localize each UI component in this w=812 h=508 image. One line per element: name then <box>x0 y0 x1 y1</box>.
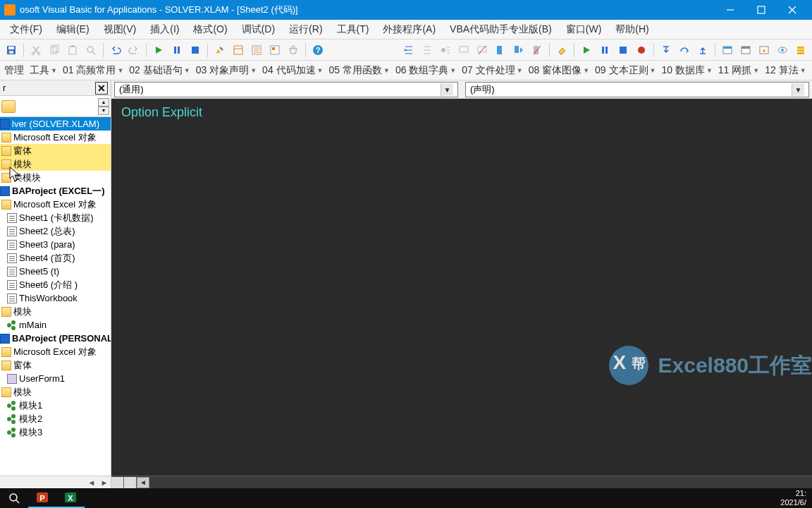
tree-node[interactable]: Sheet2 (总表) <box>0 224 111 238</box>
category-item[interactable]: 10 数据库▼ <box>658 61 715 80</box>
next-bookmark-button[interactable] <box>510 42 527 59</box>
tree-node[interactable]: 模块 <box>0 385 111 399</box>
tree-node[interactable]: 类模块 <box>0 171 111 184</box>
breakpoint2-button[interactable] <box>633 42 650 59</box>
menu-item[interactable]: 工具(T) <box>330 20 376 40</box>
clear-bookmark-button[interactable] <box>529 42 546 59</box>
system-clock[interactable]: 21: 2021/6/ <box>775 489 812 507</box>
explorer-scroll-buttons[interactable]: ▴▾ <box>98 98 109 115</box>
menu-item[interactable]: 编辑(E) <box>49 20 97 40</box>
procedure-view-button[interactable] <box>111 477 124 488</box>
step-into-button[interactable] <box>658 42 675 59</box>
menu-item[interactable]: 调试(D) <box>235 20 282 40</box>
tree-node[interactable]: Sheet1 (卡机数据) <box>0 211 111 224</box>
category-item[interactable]: 12 算法▼ <box>762 61 808 80</box>
object-browser-button[interactable] <box>266 42 283 59</box>
bookmark-button[interactable] <box>492 42 509 59</box>
category-item[interactable]: 08 窗体图像▼ <box>526 61 592 80</box>
tree-node[interactable]: Sheet6 (介绍 ) <box>0 278 111 291</box>
tree-node[interactable]: ThisWorkbook <box>0 291 111 305</box>
tree-node[interactable]: Microsoft Excel 对象 <box>0 345 111 358</box>
menu-item[interactable]: 外接程序(A) <box>376 20 443 40</box>
tree-node[interactable]: 窗体 <box>0 144 111 157</box>
design-mode-button[interactable] <box>211 42 228 59</box>
bp-toggle-button[interactable] <box>437 42 454 59</box>
find-button[interactable] <box>82 42 99 59</box>
menu-item[interactable]: 帮助(H) <box>608 20 656 40</box>
close-button[interactable] <box>777 0 808 20</box>
undo-button[interactable] <box>107 42 124 59</box>
minimize-button[interactable] <box>715 0 746 20</box>
category-item[interactable]: 管理 <box>1 61 27 80</box>
reset-button[interactable] <box>187 42 204 59</box>
menu-item[interactable]: 插入(I) <box>143 20 186 40</box>
category-item[interactable]: 02 基础语句▼ <box>126 61 192 80</box>
code-editor[interactable]: Option Explicit Excel880工作室 <box>111 99 812 476</box>
step-over-button[interactable] <box>676 42 693 59</box>
tree-node[interactable]: lver (SOLVER.XLAM) <box>0 117 111 131</box>
tree-node[interactable]: BAProject (EXCEL一) <box>0 184 111 198</box>
tree-node[interactable]: 模块3 <box>0 425 111 439</box>
object-combo[interactable]: (通用) ▼ <box>114 82 458 97</box>
immediate-window-button[interactable] <box>737 42 754 59</box>
tree-node[interactable]: mMain <box>0 318 111 332</box>
comment-button[interactable] <box>455 42 472 59</box>
menu-item[interactable]: 窗口(W) <box>559 20 609 40</box>
chevron-down-icon[interactable]: ▼ <box>792 83 804 96</box>
help-button[interactable]: ? <box>309 42 326 59</box>
procedure-combo[interactable]: (声明) ▼ <box>465 82 809 97</box>
outdent-button[interactable] <box>419 42 436 59</box>
tree-node[interactable]: Sheet4 (首页) <box>0 251 111 265</box>
tree-node[interactable]: Microsoft Excel 对象 <box>0 131 111 144</box>
tree-node[interactable]: 模块2 <box>0 412 111 425</box>
category-item[interactable]: 07 文件处理▼ <box>459 61 525 80</box>
scroll-left-icon[interactable]: ◄ <box>85 478 98 487</box>
menu-item[interactable]: 文件(F) <box>3 20 49 40</box>
explorer-close-button[interactable]: ✕ <box>95 82 108 95</box>
explorer-hscroll[interactable]: ◄ ► <box>0 476 111 488</box>
powerpoint-app-icon[interactable]: P <box>28 488 56 508</box>
maximize-button[interactable] <box>746 0 777 20</box>
quick-watch-button[interactable] <box>774 42 791 59</box>
uncomment-button[interactable] <box>474 42 491 59</box>
tree-node[interactable]: 模块 <box>0 305 111 318</box>
chevron-down-icon[interactable]: ▼ <box>441 83 453 96</box>
hscroll-left-button[interactable]: ◄ <box>137 477 149 488</box>
category-item[interactable]: 04 代码加速▼ <box>259 61 326 80</box>
copy-button[interactable] <box>46 42 63 59</box>
full-module-view-button[interactable] <box>124 477 137 488</box>
menu-item[interactable]: 运行(R) <box>282 20 329 40</box>
tree-node[interactable]: 模块 <box>0 157 111 171</box>
indent-button[interactable] <box>400 42 417 59</box>
cut-button[interactable] <box>27 42 44 59</box>
excel-app-icon[interactable]: X <box>56 488 85 508</box>
tree-node[interactable]: UserForm1 <box>0 372 111 385</box>
tree-node[interactable]: Microsoft Excel 对象 <box>0 198 111 211</box>
stop2-button[interactable] <box>615 42 632 59</box>
tree-node[interactable]: BAProject (PERSONAL <box>0 332 111 345</box>
tree-node[interactable]: 窗体 <box>0 358 111 372</box>
menu-item[interactable]: VBA代码助手专业版(B) <box>443 20 559 40</box>
category-item[interactable]: 11 网抓▼ <box>715 61 762 80</box>
scroll-right-icon[interactable]: ► <box>98 478 111 487</box>
tree-node[interactable]: Sheet5 (t) <box>0 265 111 278</box>
menu-item[interactable]: 视图(V) <box>97 20 144 40</box>
run-button[interactable] <box>150 42 167 59</box>
eraser-button[interactable] <box>553 42 570 59</box>
properties-button[interactable] <box>248 42 265 59</box>
watch-window-button[interactable] <box>756 42 773 59</box>
category-item[interactable]: 05 常用函数▼ <box>326 61 392 80</box>
category-item[interactable]: 09 文本正则▼ <box>592 61 658 80</box>
menu-item[interactable]: 格式(O) <box>186 20 234 40</box>
run2-button[interactable] <box>578 42 595 59</box>
project-explorer-button[interactable] <box>230 42 247 59</box>
save-button[interactable] <box>3 42 20 59</box>
paste-button[interactable] <box>64 42 81 59</box>
category-item[interactable]: 01 高频常用▼ <box>60 61 126 80</box>
project-tree[interactable]: lver (SOLVER.XLAM)Microsoft Excel 对象窗体模块… <box>0 117 111 476</box>
category-item[interactable]: 03 对象声明▼ <box>193 61 259 80</box>
call-stack-button[interactable] <box>792 42 809 59</box>
redo-button[interactable] <box>125 42 142 59</box>
category-item[interactable]: 工具▼ <box>27 61 60 80</box>
search-button[interactable] <box>0 488 28 508</box>
